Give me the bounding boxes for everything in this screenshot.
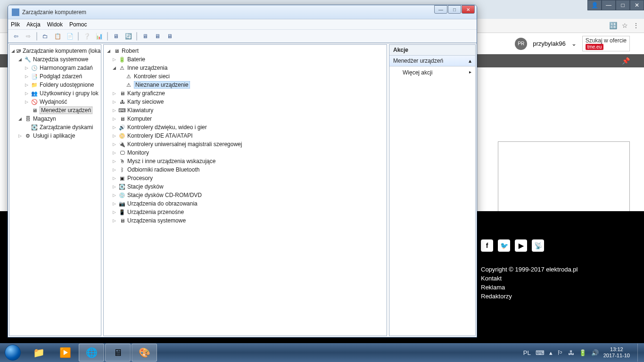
minimize-button[interactable]: —	[434, 5, 447, 14]
menu-icon[interactable]: ⋮	[633, 22, 639, 29]
expand-arrow-icon[interactable]	[24, 91, 29, 96]
menu-plik[interactable]: Plik	[11, 21, 20, 28]
rss-icon[interactable]: 📡	[532, 239, 544, 252]
help-icon[interactable]: ❔	[82, 31, 92, 41]
tree-node[interactable]: 🔋Baterie	[105, 55, 386, 64]
action-icon[interactable]: 📊	[94, 31, 104, 41]
expand-arrow-icon[interactable]	[24, 82, 29, 87]
expand-arrow-icon[interactable]	[17, 57, 23, 62]
uninstall-icon[interactable]: 🖥	[152, 31, 163, 41]
tme-badge[interactable]: tme.eu	[586, 44, 604, 50]
taskbar-explorer[interactable]: 📁	[26, 344, 51, 362]
properties-icon[interactable]: 📄	[65, 31, 75, 41]
taskbar-paint[interactable]: 🎨	[132, 344, 157, 362]
tree-node[interactable]: 📑Podgląd zdarzeń	[10, 72, 100, 81]
tree-node[interactable]: 🕓Harmonogram zadań	[10, 64, 100, 72]
tree-node[interactable]: 💿Stacje dysków CD-ROM/DVD	[105, 191, 386, 199]
device-tree-pane[interactable]: 🖥Robert🔋Baterie⚠Inne urządzenia⚠Kontrole…	[103, 44, 387, 336]
show-desktop-button[interactable]	[637, 344, 641, 362]
expand-arrow-icon[interactable]	[24, 74, 29, 79]
menu-akcja[interactable]: Akcja	[26, 21, 40, 28]
user-icon[interactable]: 👤	[587, 0, 602, 10]
up-icon[interactable]: 🗀	[40, 31, 50, 41]
tree-node[interactable]: ⚙Usługi i aplikacje	[10, 132, 100, 140]
show-hide-tree-icon[interactable]: 📋	[52, 31, 63, 41]
menu-pomoc[interactable]: Pomoc	[69, 21, 87, 28]
tree-node[interactable]: ⌨Klawiatury	[105, 106, 386, 115]
tree-node[interactable]: 🖥Menedżer urządzeń	[10, 106, 100, 115]
actions-subheader[interactable]: Menedżer urządzeń▴	[389, 56, 475, 66]
tree-node[interactable]: 📱Urządzenia przenośne	[105, 208, 386, 216]
translate-icon[interactable]: 🔠	[609, 22, 617, 29]
expand-arrow-icon[interactable]	[111, 133, 117, 138]
refresh-icon[interactable]: 🔄	[123, 31, 133, 41]
tree-node[interactable]: 📁Foldery udostępnione	[10, 81, 100, 89]
expand-arrow-icon[interactable]	[111, 193, 117, 197]
expand-arrow-icon[interactable]	[17, 133, 23, 138]
taskbar-chrome[interactable]: 🌐	[79, 344, 104, 362]
expand-arrow-icon[interactable]	[106, 49, 111, 53]
tree-node[interactable]: 🖥Komputer	[105, 115, 386, 123]
update-driver-icon[interactable]: 🖥	[140, 31, 150, 41]
tray-clock[interactable]: 13:12 2017-11-10	[603, 346, 633, 359]
expand-arrow-icon[interactable]	[111, 91, 117, 96]
twitter-icon[interactable]: 🐦	[498, 239, 510, 252]
taskbar-mediaplayer[interactable]: ▶️	[52, 344, 78, 362]
expand-arrow-icon[interactable]	[111, 66, 117, 70]
pin-icon[interactable]: 📌	[622, 57, 630, 65]
tree-node[interactable]: 🖥Urządzenia systemowe	[105, 216, 386, 225]
titlebar[interactable]: Zarządzanie komputerem — □ ✕	[8, 5, 477, 19]
expand-arrow-icon[interactable]	[111, 142, 117, 147]
maximize-button[interactable]: □	[448, 5, 461, 14]
avatar[interactable]: PR	[515, 38, 527, 50]
tree-node[interactable]: 🖳Zarządzanie komputerem (loka	[10, 47, 100, 55]
tree-node[interactable]: ⚠Nieznane urządzenie	[105, 81, 386, 89]
expand-arrow-icon[interactable]	[111, 99, 117, 104]
scan-icon[interactable]: 🖥	[111, 31, 121, 41]
expand-arrow-icon[interactable]	[111, 150, 117, 155]
tree-node[interactable]: 🖥Robert	[105, 47, 386, 55]
expand-arrow-icon[interactable]	[111, 116, 117, 121]
close-icon[interactable]: ✕	[630, 0, 644, 10]
tray-network-icon[interactable]: 🖧	[568, 349, 574, 356]
forward-icon[interactable]: ⇨	[23, 31, 33, 41]
expand-arrow-icon[interactable]	[111, 218, 117, 223]
expand-arrow-icon[interactable]	[111, 201, 117, 206]
expand-arrow-icon[interactable]	[111, 159, 117, 164]
close-button[interactable]: ✕	[462, 5, 475, 14]
footer-link-redaktorzy[interactable]: Redaktorzy	[481, 293, 630, 300]
tray-battery-icon[interactable]: 🔋	[579, 349, 586, 356]
tree-node[interactable]: 👥Użytkownicy i grupy lok	[10, 89, 100, 98]
expand-arrow-icon[interactable]	[111, 108, 117, 113]
expand-arrow-icon[interactable]	[111, 57, 117, 62]
actions-more[interactable]: Więcej akcji	[389, 66, 475, 79]
tree-node[interactable]: ⚠Kontroler sieci	[105, 72, 386, 81]
tree-node[interactable]: 🗄Magazyn	[10, 115, 100, 123]
tree-node[interactable]: 🖱Mysz i inne urządzenia wskazujące	[105, 157, 386, 165]
reply-textarea[interactable]	[498, 141, 630, 219]
expand-arrow-icon[interactable]	[111, 176, 117, 181]
tree-node[interactable]: 🖥Karty graficzne	[105, 89, 386, 98]
tray-flag-icon[interactable]: 🏳	[557, 349, 563, 356]
back-icon[interactable]: ⇦	[11, 31, 21, 41]
tree-node[interactable]: 💽Stacje dysków	[105, 182, 386, 191]
tray-lang[interactable]: PL	[523, 349, 531, 356]
disable-icon[interactable]: 🖥	[165, 31, 175, 41]
tree-node[interactable]: 🖵Monitory	[105, 148, 386, 157]
tree-node[interactable]: ⚠Inne urządzenia	[105, 64, 386, 72]
tray-volume-icon[interactable]: 🔊	[591, 349, 599, 356]
start-button[interactable]	[0, 343, 25, 362]
facebook-icon[interactable]: f	[481, 239, 493, 252]
tree-node[interactable]: 🔧Narzędzia systemowe	[10, 55, 100, 64]
tree-node[interactable]: ▣Procesory	[105, 174, 386, 182]
tree-node[interactable]: 📷Urządzenia do obrazowania	[105, 199, 386, 208]
tree-node[interactable]: 🔌Kontrolery uniwersalnej magistrali szer…	[105, 140, 386, 148]
tray-chevron-icon[interactable]: ▴	[549, 349, 553, 356]
left-tree-pane[interactable]: 🖳Zarządzanie komputerem (loka🔧Narzędzia …	[9, 44, 101, 336]
expand-arrow-icon[interactable]	[24, 66, 29, 70]
tree-node[interactable]: 🖧Karty sieciowe	[105, 98, 386, 106]
expand-arrow-icon[interactable]	[24, 99, 29, 104]
youtube-icon[interactable]: ▶	[515, 239, 527, 252]
tree-node[interactable]: 💽Zarządzanie dyskami	[10, 123, 100, 132]
expand-arrow-icon[interactable]	[111, 167, 117, 172]
